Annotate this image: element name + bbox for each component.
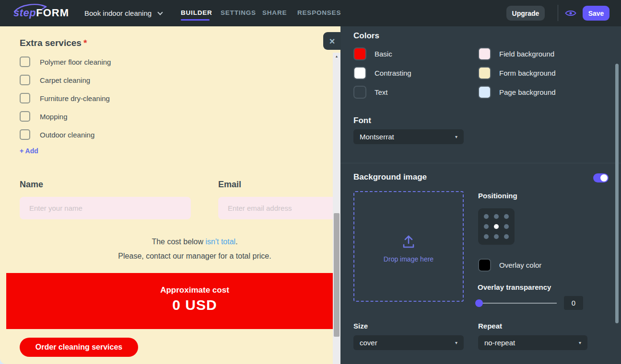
position-dot-top-right[interactable] [504, 214, 509, 219]
size-dropdown[interactable]: cover ▾ [353, 335, 464, 350]
toggle-knob [600, 174, 608, 182]
scroll-up-arrow-icon[interactable]: ▲ [333, 53, 340, 60]
position-dot-middle-left[interactable] [484, 224, 489, 229]
overlay-color-swatch[interactable] [478, 259, 491, 272]
upgrade-button[interactable]: Upgrade [506, 6, 545, 21]
checkbox[interactable] [20, 57, 30, 67]
required-asterisk: * [83, 38, 87, 48]
save-button[interactable]: Save [583, 6, 609, 21]
position-dot-top-center[interactable] [494, 214, 499, 219]
checkbox-label: Carpet cleaning [40, 76, 90, 84]
transparency-value-box[interactable]: 0 [564, 296, 583, 310]
form-preview-area: Extra services* Polymer floor cleaning C… [0, 26, 340, 364]
repeat-dropdown[interactable]: no-repeat ▾ [478, 335, 587, 350]
color-label-form-background: Form background [499, 67, 556, 80]
cost-note-suffix: . [235, 238, 237, 246]
cost-note-line1: The cost below isn't total. [6, 238, 340, 246]
preview-eye-icon[interactable] [565, 9, 576, 19]
color-swatch-field-background[interactable] [478, 47, 491, 60]
cost-note-link[interactable]: isn't total [205, 238, 235, 246]
close-panel-button[interactable]: × [323, 32, 341, 50]
drop-zone-label: Drop image here [354, 255, 463, 263]
checkbox[interactable] [20, 111, 30, 122]
checkbox[interactable] [20, 93, 30, 103]
close-icon: × [329, 36, 335, 46]
position-dot-middle-right[interactable] [504, 224, 509, 229]
color-label-text: Text [375, 86, 388, 99]
color-swatch-page-background[interactable] [478, 86, 491, 99]
style-settings-panel: Colors Basic Contrasting Text Field back… [340, 26, 621, 364]
form-selector-label: Book indoor cleaning [84, 9, 152, 17]
repeat-label: Repeat [478, 322, 502, 330]
font-section-title: Font [353, 116, 371, 125]
image-drop-zone[interactable]: Drop image here [353, 191, 464, 302]
repeat-dropdown-value: no-repeat [484, 339, 515, 347]
preview-scrollbar[interactable]: ▲ [333, 53, 340, 364]
add-option-link[interactable]: + Add [20, 147, 38, 155]
font-dropdown[interactable]: Montserrat ▾ [353, 129, 464, 144]
background-image-section-title: Background image [353, 172, 427, 182]
checkbox[interactable] [20, 75, 30, 85]
transparency-slider-knob[interactable] [475, 299, 483, 307]
tab-builder[interactable]: BUILDER [181, 9, 212, 16]
positioning-label: Positioning [478, 192, 517, 200]
checkbox-row[interactable]: Carpet cleaning [20, 74, 90, 86]
chevron-down-icon [157, 10, 163, 15]
app: stepFORM Book indoor cleaning BUILDER SE… [0, 0, 621, 364]
overlay-color-label: Overlay color [499, 259, 541, 272]
order-submit-button[interactable]: Order cleaning services [20, 338, 138, 357]
approximate-cost-banner: Approximate cost 0 USD [6, 273, 340, 329]
color-swatch-basic[interactable] [353, 47, 366, 60]
position-dot-top-left[interactable] [484, 214, 489, 219]
background-image-toggle[interactable] [593, 173, 609, 182]
color-label-contrasting: Contrasting [375, 67, 411, 80]
position-dot-bottom-right[interactable] [504, 234, 509, 239]
name-label: Name [20, 180, 43, 190]
top-navbar: stepFORM Book indoor cleaning BUILDER SE… [0, 0, 621, 26]
cost-banner-title: Approximate cost [6, 285, 340, 295]
tab-share[interactable]: SHARE [262, 9, 287, 16]
position-dot-center-selected[interactable] [494, 224, 499, 229]
color-swatch-contrasting[interactable] [353, 67, 366, 80]
color-label-field-background: Field background [499, 47, 554, 60]
colors-section-title: Colors [353, 31, 379, 41]
checkbox-label: Polymer floor cleaning [40, 58, 111, 66]
size-dropdown-value: cover [360, 339, 377, 347]
checkbox-row[interactable]: Polymer floor cleaning [20, 56, 111, 68]
color-swatch-form-background[interactable] [478, 67, 491, 80]
navbar-divider [558, 5, 558, 21]
cost-note-prefix: The cost below [152, 238, 205, 246]
checkbox-row[interactable]: Furniture dry-cleaning [20, 92, 110, 104]
cost-banner-value: 0 USD [6, 297, 340, 313]
extra-services-heading: Extra services* [20, 38, 87, 48]
size-label: Size [353, 322, 368, 330]
color-swatch-text[interactable] [353, 86, 366, 99]
checkbox-row[interactable]: Mopping [20, 111, 68, 122]
caret-down-icon: ▾ [579, 340, 581, 345]
active-tab-underline [181, 19, 210, 21]
email-input[interactable] [218, 197, 340, 219]
tab-settings[interactable]: SETTINGS [221, 9, 256, 16]
panel-scrollbar-thumb[interactable] [615, 64, 619, 323]
color-label-basic: Basic [375, 47, 392, 60]
logo: stepFORM [13, 7, 69, 21]
checkbox-label: Outdoor cleaning [40, 131, 94, 139]
tab-responses[interactable]: RESPONSES [297, 9, 341, 16]
font-dropdown-value: Montserrat [360, 133, 394, 141]
checkbox-row[interactable]: Outdoor cleaning [20, 129, 94, 140]
position-dot-bottom-left[interactable] [484, 234, 489, 239]
form-selector-dropdown[interactable]: Book indoor cleaning [84, 0, 162, 26]
preview-scrollbar-thumb[interactable] [334, 213, 340, 337]
section-divider [340, 163, 621, 163]
form-content: Extra services* Polymer floor cleaning C… [0, 26, 340, 364]
caret-down-icon: ▾ [455, 340, 457, 345]
color-label-page-background: Page background [499, 86, 556, 99]
position-dot-bottom-center[interactable] [494, 234, 499, 239]
transparency-slider-track[interactable] [478, 303, 557, 304]
checkbox[interactable] [20, 129, 30, 140]
name-input[interactable] [20, 197, 191, 219]
extra-services-label: Extra services [20, 38, 82, 48]
checkbox-label: Mopping [40, 113, 68, 121]
email-label: Email [218, 180, 241, 190]
drop-zone-content: Drop image here [354, 234, 463, 263]
